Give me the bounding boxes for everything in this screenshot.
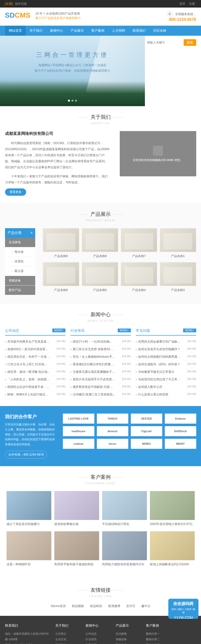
case-item[interactable]: 利用承平板和操子做成的风轮 xyxy=(54,531,99,567)
more-link[interactable]: MORE+ xyxy=(183,329,196,332)
hotline: 全国服务热线： 400-1234-5678 xyxy=(167,11,196,22)
nav-item[interactable]: 联系我们 xyxy=(129,26,149,36)
category-item[interactable]: 电水壶 xyxy=(5,247,35,257)
news-item[interactable]: 香港搜刮101幢日本性幻想集 白墨...[04-06] xyxy=(70,361,131,368)
banner-dots[interactable] xyxy=(67,99,78,102)
product-item[interactable]: 产品名称5 xyxy=(82,262,118,292)
category-item[interactable]: 配件产品 xyxy=(5,286,35,295)
news-item[interactable]: 雄安27小时：一位90后的购房、赚...[04-06] xyxy=(70,338,131,346)
footer-link[interactable]: 公司简介 xyxy=(55,631,86,636)
news-item[interactable]: 如何给文档插图打码码高亮显示？[04-06] xyxy=(136,353,196,361)
category-item[interactable]: 吸尘器 xyxy=(5,266,35,276)
footer-link[interactable]: 案例分类二 xyxy=(146,636,176,642)
logo[interactable]: SDCMS xyxy=(5,11,30,19)
news-item[interactable]: 韩国民众抗议中国游客不来：损失...[04-06] xyxy=(5,383,65,391)
category-item[interactable]: 挂烫机 xyxy=(5,257,35,266)
float-badge[interactable]: 依依源码网 软件 / 源码 / 小程序 / 棋牌 Y1YM.COM xyxy=(168,599,198,619)
news-item[interactable]: 「人间的名义」老师：拍戏期间演...[04-06] xyxy=(5,376,65,383)
product-item[interactable]: 产品名称9 xyxy=(43,228,79,258)
news-item[interactable]: 免债400亿！莫日的中国首富竟沦为阶...[04-06] xyxy=(5,346,65,353)
about-more-button[interactable]: 查看更多 xyxy=(5,188,26,196)
login-link[interactable]: 登录 xyxy=(179,2,185,6)
footer-link[interactable]: 生活家电 xyxy=(116,631,146,636)
nav-item[interactable]: 客户案例 xyxy=(88,26,108,36)
friend-link[interactable]: Sdcms首页 xyxy=(51,604,66,608)
news-item[interactable]: 如何在意底开头添加空隐椭序？[04-06] xyxy=(136,346,196,353)
company-name: 成都某某网络科技有限公司 xyxy=(5,131,110,136)
news-item[interactable]: 什么是看云看云的优势[04-06] xyxy=(136,391,196,398)
news-item[interactable]: 为啥我写的文档出现了不正常的显...[04-06] xyxy=(136,376,196,383)
case-item[interactable]: 利用铝力德较有的宽直铺均方向 xyxy=(102,531,147,567)
news-item[interactable]: 再见！史上最烧钱Windows手机正式...[04-06] xyxy=(70,353,131,361)
nav-item[interactable]: 人才招聘 xyxy=(108,26,129,36)
nav-item[interactable]: 社区名称 xyxy=(149,26,170,36)
partner-logo[interactable]: MERIT xyxy=(165,439,196,449)
nav-item[interactable]: 产品展示 xyxy=(67,26,88,36)
case-item[interactable]: 延地上风能帐装达到2,532kW xyxy=(150,531,195,567)
nav-item[interactable]: 网站首页 xyxy=(5,26,26,36)
nav-item[interactable]: 新闻中心 xyxy=(46,26,67,36)
partner-logo[interactable]: tricon xyxy=(97,439,128,449)
city-switch-link[interactable]: 城市切换 xyxy=(15,2,27,6)
footer-link[interactable]: 企业文化 xyxy=(55,636,86,642)
news-item[interactable]: 俄罗斯想笔定中国邮新 问退出核称...[04-06] xyxy=(70,383,131,391)
news-item[interactable]: 优秀的文档会被重引到广场板黑收...[04-06] xyxy=(136,338,196,346)
partner-logo[interactable]: TANGO xyxy=(97,414,128,424)
partner-logo[interactable]: dineout xyxy=(97,426,128,436)
category-item[interactable]: 生活家电 xyxy=(5,238,35,247)
nav-item[interactable]: 关于我们 xyxy=(26,26,46,36)
product-item[interactable]: 产品名称1 xyxy=(160,228,196,258)
category-item[interactable]: 智能设备 xyxy=(5,276,35,286)
news-item[interactable]: 主播直言露出酒店直播睡妹子上厕...[04-06] xyxy=(70,368,131,376)
more-link[interactable]: MORE+ xyxy=(52,329,65,332)
case-item[interactable]: 2003年底全国电力装机约3.97亿 xyxy=(150,491,195,526)
friend-link[interactable]: 权品科技 xyxy=(90,604,102,608)
case-item[interactable]: 提供的狄释输出端 xyxy=(54,491,99,526)
footer-link[interactable]: 配件产品 xyxy=(116,642,146,644)
news-item[interactable]: 雄安房：激动一夜没睡 划出地...[04-06] xyxy=(5,368,65,376)
footer-link[interactable]: 行业资讯 xyxy=(86,636,116,642)
product-item[interactable]: 产品名称7 xyxy=(121,228,157,258)
friend-link[interactable]: 新浪微博 xyxy=(108,604,120,608)
news-item[interactable]: 为啥像落节频无法正常显示[04-06] xyxy=(136,368,196,376)
product-item[interactable]: 产品名称6 xyxy=(43,262,79,292)
friend-link[interactable]: 支付宝 xyxy=(126,604,135,608)
case-item[interactable]: 这是一种细细叶型 xyxy=(7,531,51,567)
news-item[interactable]: 17岁少女火车上死亡10天组金曾瞒...[04-06] xyxy=(5,361,65,368)
news-item[interactable]: 汉河喊话 陈属三生三世枕相花...[04-06] xyxy=(70,391,131,398)
product-item[interactable]: 产品名称4 xyxy=(121,262,157,292)
partner-logo[interactable]: healthcare xyxy=(63,426,94,436)
news-item[interactable]: 鲜销：鲜鲜4月上旬进行核试验...[04-06] xyxy=(5,391,65,398)
search-button[interactable]: 搜索 xyxy=(184,39,196,46)
product-thumb xyxy=(160,228,196,252)
product-item[interactable]: 产品名称3 xyxy=(160,262,196,292)
footer-link[interactable]: 组织架构 xyxy=(55,642,86,644)
news-item[interactable]: 如何生成险鸟（排列）的列表？[04-06] xyxy=(136,361,196,368)
product-thumb xyxy=(121,262,157,286)
partner-logo[interactable]: Kolaroo xyxy=(165,414,196,424)
partner-logo[interactable]: CigLeaf xyxy=(131,426,162,436)
friend-link[interactable]: 赢牛云 xyxy=(141,604,150,608)
news-item[interactable]: 关羽墓中的两具女尸究竟是谁？争相...[04-06] xyxy=(5,338,65,346)
friend-link[interactable]: 权品模板 xyxy=(72,604,84,608)
product-item[interactable]: 产品名称8 xyxy=(82,228,118,258)
footer-link[interactable]: 常见问题 xyxy=(86,642,116,644)
news-item[interactable]: 雄安房价历史：有村子一天涨两...[04-06] xyxy=(5,353,65,361)
more-link[interactable]: MORE+ xyxy=(118,329,131,332)
news-item[interactable]: 如何插入数学公式[04-06] xyxy=(136,383,196,391)
search-input[interactable] xyxy=(145,39,183,46)
partner-logo[interactable]: MOBO xyxy=(131,439,162,449)
footer-link[interactable]: 智能设备 xyxy=(116,636,146,642)
footer-link[interactable]: 公司动态 xyxy=(86,631,116,636)
partner-logo[interactable]: VESTED xyxy=(131,414,162,424)
news-item[interactable]: 老照片有无器用手片不必存真情...[04-06] xyxy=(70,376,131,383)
case-item[interactable]: 不仅做结构设计简化 xyxy=(102,491,147,526)
footer-link[interactable]: 案例分类一 xyxy=(146,631,176,636)
news-item[interactable]: 高三班主任无意牌 休检查50个孕妇...[04-06] xyxy=(70,346,131,353)
register-link[interactable]: 注册 xyxy=(189,2,195,6)
partner-logo[interactable]: LASTING LOVE xyxy=(63,414,94,424)
partner-logo[interactable]: codinar xyxy=(63,439,94,449)
case-item[interactable]: 减少了风轮及对的旋螺力 xyxy=(7,491,51,526)
partner-logo[interactable]: ShiftDock xyxy=(165,426,196,436)
footer-link[interactable]: 案例分类三 xyxy=(146,642,176,644)
